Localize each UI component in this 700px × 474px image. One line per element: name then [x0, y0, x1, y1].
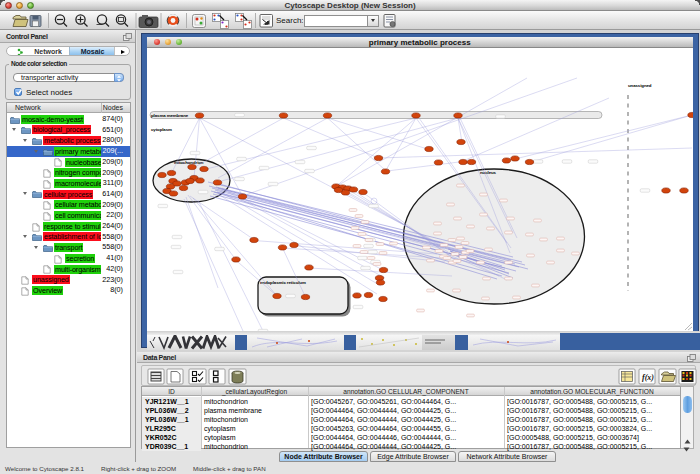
svg-text:plasma membrane: plasma membrane: [151, 112, 189, 117]
svg-text:f(x): f(x): [642, 373, 654, 382]
svg-text:unassigned: unassigned: [628, 82, 652, 87]
svg-text:nucleus: nucleus: [480, 169, 497, 174]
svg-text:mitochondrion: mitochondrion: [174, 159, 204, 164]
svg-text:cytoplasm: cytoplasm: [151, 126, 172, 131]
